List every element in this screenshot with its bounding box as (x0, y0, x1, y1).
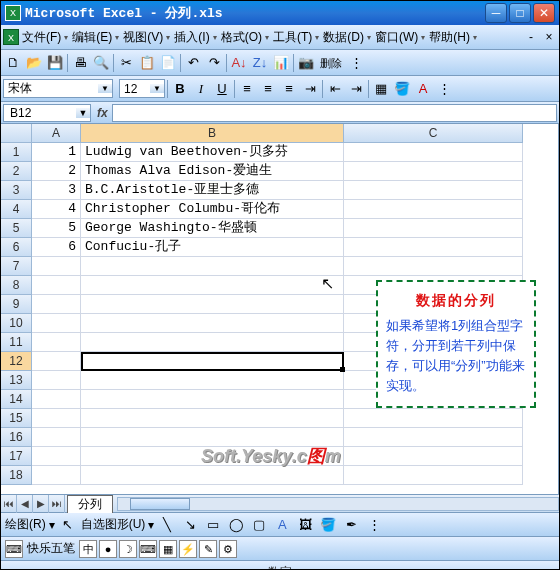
font-combo[interactable]: 宋体▼ (3, 79, 113, 98)
chevron-down-icon[interactable]: ▼ (98, 84, 112, 93)
chart-button[interactable]: 📊 (271, 53, 291, 73)
line-color-button[interactable]: ✒ (341, 515, 361, 535)
row-header[interactable]: 14 (1, 390, 32, 409)
tab-prev-button[interactable]: ◀ (17, 495, 33, 513)
row-header[interactable]: 6 (1, 238, 32, 257)
font-color-button[interactable]: A (413, 79, 433, 99)
cell[interactable] (32, 333, 81, 352)
cell[interactable] (81, 295, 344, 314)
fill-button[interactable]: 🪣 (318, 515, 338, 535)
cell[interactable] (81, 257, 344, 276)
cell[interactable]: 4 (32, 200, 81, 219)
ime-btn1[interactable]: 中 (79, 540, 97, 558)
col-header[interactable]: B (81, 124, 344, 143)
doc-icon[interactable]: X (3, 29, 19, 45)
menu-file[interactable]: 文件(F) (19, 27, 64, 48)
maximize-button[interactable]: □ (509, 3, 531, 23)
cell[interactable] (32, 466, 81, 485)
fill-color-button[interactable]: 🪣 (392, 79, 412, 99)
chevron-down-icon[interactable]: ▼ (76, 108, 90, 118)
cell[interactable] (344, 466, 523, 485)
paste-button[interactable]: 📄 (158, 53, 178, 73)
row-header[interactable]: 9 (1, 295, 32, 314)
cell[interactable]: 2 (32, 162, 81, 181)
menu-data[interactable]: 数据(D) (320, 27, 367, 48)
cell[interactable] (81, 314, 344, 333)
select-objects-button[interactable]: ↖ (58, 515, 78, 535)
row-header[interactable]: 2 (1, 162, 32, 181)
row-header[interactable]: 1 (1, 143, 32, 162)
cell[interactable]: 6 (32, 238, 81, 257)
cell[interactable]: Confuciu-孔子 (81, 238, 344, 257)
row-header[interactable]: 5 (1, 219, 32, 238)
cell[interactable] (344, 428, 523, 447)
cell[interactable] (344, 219, 523, 238)
autoshapes-menu[interactable]: 自选图形(U) (81, 516, 146, 533)
sheet-tab[interactable]: 分列 (67, 495, 113, 513)
cell[interactable] (32, 390, 81, 409)
merge-button[interactable]: ⇥ (300, 79, 320, 99)
ime-btn7[interactable]: ✎ (199, 540, 217, 558)
row-header[interactable]: 17 (1, 447, 32, 466)
keyboard-icon[interactable]: ⌨ (5, 540, 23, 558)
scroll-thumb[interactable] (130, 498, 190, 510)
cell[interactable] (81, 333, 344, 352)
row-header[interactable]: 18 (1, 466, 32, 485)
menu-insert[interactable]: 插入(I) (171, 27, 212, 48)
cell[interactable] (32, 371, 81, 390)
textbox-button[interactable]: ▢ (249, 515, 269, 535)
cell[interactable] (32, 409, 81, 428)
cell[interactable] (344, 238, 523, 257)
camera-button[interactable]: 📷 (296, 53, 316, 73)
underline-button[interactable]: U (212, 79, 232, 99)
options-button[interactable]: ⋮ (434, 79, 454, 99)
select-all-corner[interactable] (1, 124, 32, 143)
cell[interactable] (344, 257, 523, 276)
menu-window[interactable]: 窗口(W) (372, 27, 421, 48)
col-header[interactable]: C (344, 124, 523, 143)
cell[interactable]: Thomas Alva Edison-爱迪生 (81, 162, 344, 181)
menu-help[interactable]: 帮助(H) (426, 27, 473, 48)
cell[interactable] (32, 352, 81, 371)
cell[interactable] (81, 466, 344, 485)
delete-button[interactable]: 删除 (317, 53, 345, 73)
row-header[interactable]: 11 (1, 333, 32, 352)
doc-minimize[interactable]: - (523, 28, 539, 46)
options-button[interactable]: ⋮ (364, 515, 384, 535)
open-button[interactable]: 📂 (24, 53, 44, 73)
ime-btn2[interactable]: ● (99, 540, 117, 558)
cut-button[interactable]: ✂ (116, 53, 136, 73)
ime-btn4[interactable]: ⌨ (139, 540, 157, 558)
undo-button[interactable]: ↶ (183, 53, 203, 73)
row-header[interactable]: 4 (1, 200, 32, 219)
tab-last-button[interactable]: ⏭ (49, 495, 65, 513)
menu-view[interactable]: 视图(V) (120, 27, 166, 48)
borders-button[interactable]: ▦ (371, 79, 391, 99)
rect-button[interactable]: ▭ (203, 515, 223, 535)
cell[interactable] (81, 409, 344, 428)
menu-tools[interactable]: 工具(T) (270, 27, 315, 48)
cell[interactable] (344, 447, 523, 466)
row-header[interactable]: 12 (1, 352, 32, 371)
sort-desc-button[interactable]: Z↓ (250, 53, 270, 73)
menu-edit[interactable]: 编辑(E) (69, 27, 115, 48)
arrow-button[interactable]: ↘ (180, 515, 200, 535)
fx-icon[interactable]: fx (97, 106, 108, 120)
line-button[interactable]: ╲ (157, 515, 177, 535)
cell[interactable] (81, 352, 344, 371)
draw-menu[interactable]: 绘图(R) (5, 516, 46, 533)
cell[interactable] (81, 371, 344, 390)
cell[interactable] (32, 276, 81, 295)
minimize-button[interactable]: ─ (485, 3, 507, 23)
save-button[interactable]: 💾 (45, 53, 65, 73)
wordart-button[interactable]: A (272, 515, 292, 535)
cell[interactable] (81, 428, 344, 447)
align-left-button[interactable]: ≡ (237, 79, 257, 99)
cell[interactable] (32, 314, 81, 333)
cell[interactable] (344, 162, 523, 181)
cell[interactable] (81, 447, 344, 466)
row-header[interactable]: 10 (1, 314, 32, 333)
new-button[interactable]: 🗋 (3, 53, 23, 73)
name-box[interactable]: B12 ▼ (3, 104, 91, 122)
cell[interactable] (344, 409, 523, 428)
